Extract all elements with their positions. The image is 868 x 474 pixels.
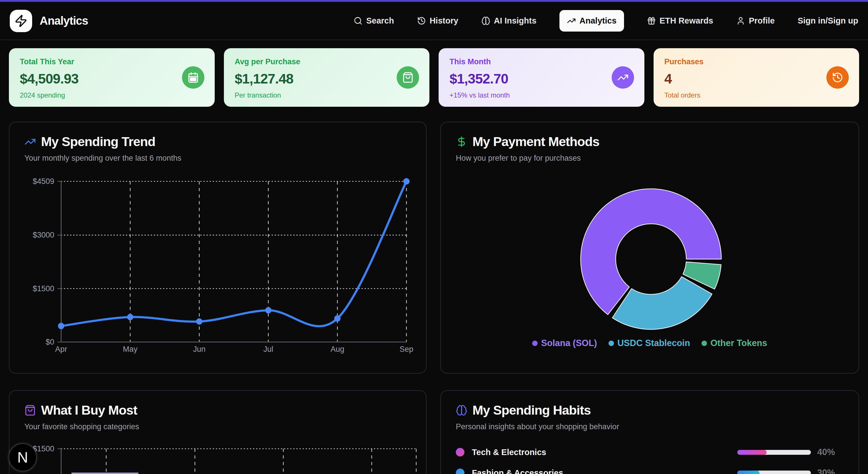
panel-header: My Payment Methods How you prefer to pay… xyxy=(456,134,599,163)
nav-item-profile[interactable]: Profile xyxy=(736,16,775,26)
habit-label: Tech & Electronics xyxy=(472,448,737,457)
svg-text:Jun: Jun xyxy=(193,345,206,353)
stat-card-title: This Month xyxy=(450,57,644,66)
stat-card-this-month: This Month $1,352.70 +15% vs last month xyxy=(439,48,644,107)
navbar: Analytics Search History AI Insights Ana… xyxy=(0,2,868,40)
habit-dot xyxy=(456,469,464,474)
stat-card-purchases: Purchases 4 Total orders xyxy=(654,48,859,107)
habit-progress-track xyxy=(737,450,811,455)
buy-most-panel: What I Buy Most Your favorite shopping c… xyxy=(9,390,427,474)
panel-subtitle: Your favorite shopping categories xyxy=(24,422,139,431)
stat-card-avg-purchase: Avg per Purchase $1,127.48 Per transacti… xyxy=(224,48,430,107)
habit-percent: 40% xyxy=(817,447,845,457)
brand[interactable]: Analytics xyxy=(10,10,88,32)
legend-label: Solana (SOL) xyxy=(541,338,597,348)
stat-card-subtitle: +15% vs last month xyxy=(450,91,644,99)
habit-label: Fashion & Accessories xyxy=(472,468,737,474)
nav-item-ai-insights[interactable]: AI Insights xyxy=(482,16,536,26)
gift-icon xyxy=(647,17,656,25)
stat-card-title: Avg per Purchase xyxy=(235,57,430,66)
nav-item-label: Analytics xyxy=(580,16,617,26)
top-accent-bar xyxy=(0,0,868,2)
stat-card-total-year: Total This Year $4,509.93 2024 spending xyxy=(9,48,215,107)
brain-icon xyxy=(456,405,467,416)
legend-dot xyxy=(532,341,538,346)
svg-text:$4509: $4509 xyxy=(33,177,54,186)
habit-progress-fill xyxy=(737,471,760,474)
panel-subtitle: How you prefer to pay for purchases xyxy=(456,154,599,163)
panel-header: My Spending Habits Personal insights abo… xyxy=(456,403,619,431)
trending-up-icon xyxy=(567,17,576,25)
brain-icon xyxy=(482,17,490,25)
habit-row: Fashion & Accessories30% xyxy=(456,467,845,474)
legend-label: USDC Stablecoin xyxy=(617,338,690,348)
nav-item-label: ETH Rewards xyxy=(660,16,713,26)
stat-cards-row: Total This Year $4,509.93 2024 spending … xyxy=(9,48,859,107)
habit-progress-track xyxy=(737,471,811,474)
panel-title: My Spending Trend xyxy=(41,134,155,149)
nav-item-label: AI Insights xyxy=(494,16,536,26)
badge-letter: N xyxy=(17,449,28,466)
calendar-icon xyxy=(182,66,205,89)
panel-subtitle: Your monthly spending over the last 6 mo… xyxy=(24,154,181,163)
stat-card-subtitle: Per transaction xyxy=(235,91,430,99)
legend-dot xyxy=(609,341,614,346)
svg-text:Aug: Aug xyxy=(330,345,344,353)
nextjs-dev-badge[interactable]: N xyxy=(9,443,37,471)
nav-item-search[interactable]: Search xyxy=(353,16,394,26)
habit-dot xyxy=(456,448,464,456)
legend-label: Other Tokens xyxy=(710,338,767,348)
panel-title: My Spending Habits xyxy=(472,403,591,418)
nav-item-history[interactable]: History xyxy=(417,16,458,26)
legend-item: Other Tokens xyxy=(702,338,767,348)
legend-item: Solana (SOL) xyxy=(532,338,597,348)
legend-item: USDC Stablecoin xyxy=(609,338,690,348)
svg-text:Jul: Jul xyxy=(264,345,274,353)
nav-item-signin[interactable]: Sign in/Sign up xyxy=(798,16,858,26)
svg-text:May: May xyxy=(123,345,138,353)
zap-icon xyxy=(10,10,32,32)
panel-header: What I Buy Most Your favorite shopping c… xyxy=(24,403,139,431)
history-icon xyxy=(417,17,426,25)
svg-text:$0: $0 xyxy=(45,338,54,346)
trending-up-icon xyxy=(612,66,634,89)
svg-text:Apr: Apr xyxy=(55,345,67,353)
spending-habits-panel: My Spending Habits Personal insights abo… xyxy=(440,390,859,474)
shopping-bag-icon xyxy=(24,405,36,416)
stat-card-subtitle: Total orders xyxy=(664,91,859,99)
nav-item-label: Search xyxy=(366,16,394,26)
nav-item-label: History xyxy=(430,16,458,26)
user-icon xyxy=(736,17,745,25)
panel-title: What I Buy Most xyxy=(41,403,137,418)
brand-name: Analytics xyxy=(40,14,88,27)
nav-item-label: Profile xyxy=(749,16,775,26)
svg-text:Sep: Sep xyxy=(400,345,413,353)
nav-menu: Search History AI Insights Analytics ETH… xyxy=(353,10,858,32)
spending-trend-panel: My Spending Trend Your monthly spending … xyxy=(9,122,427,374)
habit-progress-fill xyxy=(737,450,767,455)
habit-row: Tech & Electronics40% xyxy=(456,446,845,459)
stat-card-subtitle: 2024 spending xyxy=(20,91,215,99)
stat-card-title: Purchases xyxy=(664,57,859,66)
nav-item-label: Sign in/Sign up xyxy=(798,16,858,26)
donut-legend: Solana (SOL)USDC StablecoinOther Tokens xyxy=(441,338,859,348)
search-icon xyxy=(353,17,363,25)
dollar-icon xyxy=(456,136,467,148)
panel-title: My Payment Methods xyxy=(472,134,599,149)
shopping-bag-icon xyxy=(397,66,419,89)
legend-dot xyxy=(702,341,707,346)
stat-card-title: Total This Year xyxy=(20,57,215,66)
svg-text:$1500: $1500 xyxy=(33,284,54,293)
habit-percent: 30% xyxy=(817,468,845,474)
history-icon xyxy=(826,66,849,89)
panel-header: My Spending Trend Your monthly spending … xyxy=(24,134,181,163)
analytics-dashboard: Analytics Search History AI Insights Ana… xyxy=(0,0,868,474)
svg-text:$1500: $1500 xyxy=(33,444,54,453)
payment-methods-panel: My Payment Methods How you prefer to pay… xyxy=(440,122,859,374)
nav-item-eth-rewards[interactable]: ETH Rewards xyxy=(647,16,713,26)
nav-item-analytics-active[interactable]: Analytics xyxy=(559,10,624,32)
trending-up-icon xyxy=(24,136,36,148)
panel-subtitle: Personal insights about your shopping be… xyxy=(456,422,619,431)
svg-text:$3000: $3000 xyxy=(33,231,54,239)
